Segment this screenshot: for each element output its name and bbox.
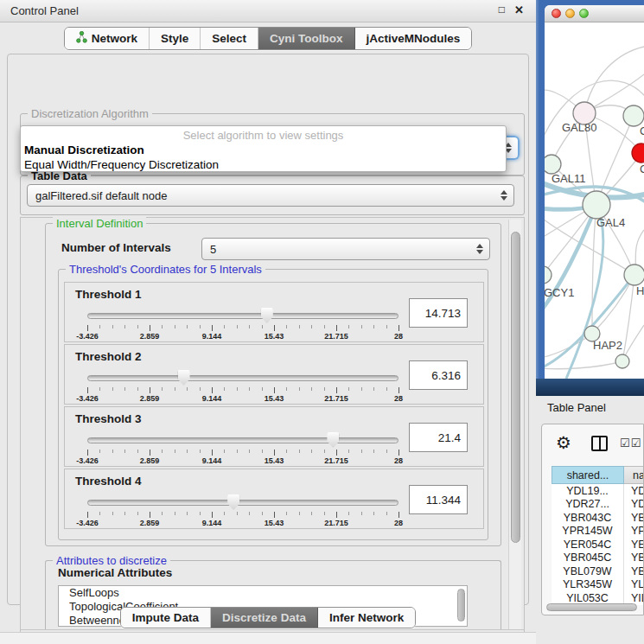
settings-scrollbar[interactable]	[508, 220, 521, 629]
slider-track[interactable]	[87, 437, 399, 443]
threshold-2-slider[interactable]	[87, 371, 399, 386]
slider-tick-labels: -3.4262.8599.14415.4321.71528	[87, 332, 399, 341]
network-node[interactable]	[624, 265, 644, 285]
network-node[interactable]	[583, 191, 610, 219]
slider-ticks	[87, 512, 399, 519]
tab-jactivemnodules[interactable]: jActiveMNodules	[355, 28, 472, 49]
number-of-intervals-combobox[interactable]: 5	[201, 238, 490, 260]
threshold-1-value[interactable]: 14.713	[409, 298, 468, 328]
table-row[interactable]: YDR27...YDR2	[552, 498, 644, 512]
threshold-3-value[interactable]: 21.4	[409, 423, 468, 452]
node-label-h: H	[636, 284, 644, 297]
network-node[interactable]	[623, 105, 644, 126]
tab-impute-data[interactable]: Impute Data	[121, 608, 211, 628]
cyni-toolbox-panel: Discretization Algorithm Select algorith…	[7, 54, 529, 605]
tab-infer-network[interactable]: Infer Network	[318, 608, 415, 628]
attribute-item-selfloops[interactable]: SelfLoops	[59, 586, 467, 600]
network-graph[interactable]: GAL80GCGAL11GAL4GCY1HHAP2	[545, 22, 644, 379]
table-data-combobox[interactable]: galFiltered.sif default node	[27, 184, 514, 207]
node-label-gal80: GAL80	[562, 121, 596, 134]
number-of-intervals-value: 5	[210, 243, 216, 256]
number-of-intervals-label: Number of Intervals	[61, 241, 171, 254]
node-label-gcy1: GCY1	[545, 286, 574, 299]
tab-discretize-data[interactable]: Discretize Data	[211, 608, 318, 628]
tab-cyni-toolbox[interactable]: Cyni Toolbox	[258, 28, 355, 49]
network-node[interactable]	[632, 143, 644, 163]
table-row[interactable]: YER054CYER0	[552, 538, 644, 552]
dropdown-option-equal-width-frequency-discretization[interactable]: Equal Width/Frequency Discretization	[21, 157, 506, 172]
checkbox-icons[interactable]: ☑☑	[620, 437, 641, 450]
minimize-traffic-light-icon[interactable]	[565, 9, 575, 18]
tab-label: Impute Data	[132, 611, 199, 624]
float-window-icon[interactable]: □	[499, 3, 505, 16]
table-hscrollbar-thumb[interactable]	[546, 603, 637, 611]
gear-icon[interactable]: ⚙	[556, 433, 571, 452]
threshold-4-value[interactable]: 11.344	[409, 485, 468, 514]
close-traffic-light-icon[interactable]	[552, 9, 561, 18]
network-node[interactable]	[615, 354, 629, 368]
table-row[interactable]: YPR145WYPR1	[552, 525, 644, 539]
column-header-shared-name[interactable]: shared...	[552, 466, 624, 484]
slider-thumb[interactable]	[327, 432, 339, 448]
tab-style[interactable]: Style	[150, 28, 201, 49]
close-window-icon[interactable]: ✕	[514, 3, 524, 16]
threshold-1-panel: Threshold 1-3.4262.8599.14415.4321.71528…	[64, 282, 484, 342]
dropdown-option-manual-discretization[interactable]: Manual Discretization	[21, 143, 506, 157]
slider-track[interactable]	[87, 375, 399, 381]
interval-definition-group: Interval Definition Number of Intervals …	[45, 223, 501, 546]
node-label-hap2: HAP2	[593, 339, 622, 352]
slider-tick-labels: -3.4262.8599.14415.4321.71528	[87, 456, 399, 466]
network-node[interactable]	[545, 155, 561, 174]
threshold-label: Threshold 3	[75, 412, 142, 425]
network-window-titlebar	[545, 5, 644, 22]
network-canvas[interactable]: GAL80GCGAL11GAL4GCY1HHAP2	[545, 22, 644, 379]
discretization-algorithm-title: Discretization Algorithm	[28, 107, 152, 120]
tab-label: Infer Network	[329, 611, 404, 624]
stepper-icon	[476, 244, 483, 254]
slider-thumb[interactable]	[261, 308, 273, 323]
table-row[interactable]: YLR345WYLR3	[552, 578, 644, 592]
discretize-settings-panel: Interval Definition Number of Intervals …	[20, 217, 525, 644]
network-node[interactable]	[545, 266, 552, 284]
tab-label: Cyni Toolbox	[270, 32, 343, 45]
network-edge[interactable]	[545, 361, 622, 369]
zoom-traffic-light-icon[interactable]	[579, 9, 589, 18]
column-header-name[interactable]: na	[624, 466, 644, 484]
table-row[interactable]: YBR045CYBR0	[552, 552, 644, 565]
threshold-2-value[interactable]: 6.316	[409, 360, 468, 390]
network-window: GAL80GCGAL11GAL4GCY1HHAP2	[545, 5, 644, 379]
columns-icon[interactable]	[591, 436, 608, 451]
table-row[interactable]: YBR043CYBR0	[552, 511, 644, 525]
tab-label: jActiveMNodules	[367, 32, 461, 45]
slider-ticks	[87, 450, 399, 456]
table-panel-title: Table Panel	[547, 401, 606, 414]
slider-thumb[interactable]	[227, 494, 239, 510]
settings-scrollbar-thumb[interactable]	[511, 232, 520, 543]
threshold-3-panel: Threshold 3-3.4262.8599.14415.4321.71528…	[64, 406, 484, 467]
network-edge[interactable]	[584, 47, 644, 113]
cyni-mode-tabs: Impute DataDiscretize DataInfer Network	[0, 607, 536, 628]
tab-network[interactable]: Network	[65, 28, 150, 49]
threshold-4-slider[interactable]	[87, 495, 399, 511]
table-horizontal-scrollbar[interactable]	[545, 603, 641, 612]
attributes-title: Attributes to discretize	[53, 554, 170, 567]
slider-track[interactable]	[87, 313, 399, 319]
threshold-label: Threshold 2	[75, 350, 142, 363]
slider-track[interactable]	[87, 500, 399, 506]
numerical-attributes-label: Numerical Attributes	[58, 566, 172, 579]
threshold-3-slider[interactable]	[87, 433, 399, 449]
table-data-value: galFiltered.sif default node	[35, 189, 167, 202]
network-window-frame: GAL80GCGAL11GAL4GCY1HHAP2	[536, 0, 644, 396]
slider-thumb[interactable]	[178, 370, 190, 386]
threshold-1-slider[interactable]	[87, 309, 399, 324]
algorithm-dropdown-popup: Select algorithm to view settings Manual…	[20, 125, 507, 172]
tab-select[interactable]: Select	[201, 28, 258, 49]
table-row[interactable]: YBL079WYBL0	[552, 564, 644, 578]
threshold-4-panel: Threshold 4-3.4262.8599.14415.4321.71528…	[64, 469, 484, 529]
control-panel-titlebar: Control Panel □ ✕	[0, 0, 536, 22]
network-icon	[76, 31, 87, 46]
table-row[interactable]: YDL19...YDL1	[552, 484, 644, 498]
stepper-icon	[501, 190, 507, 201]
slider-ticks	[87, 325, 399, 332]
control-panel: Control Panel □ ✕ NetworkStyleSelectCyni…	[0, 0, 536, 644]
